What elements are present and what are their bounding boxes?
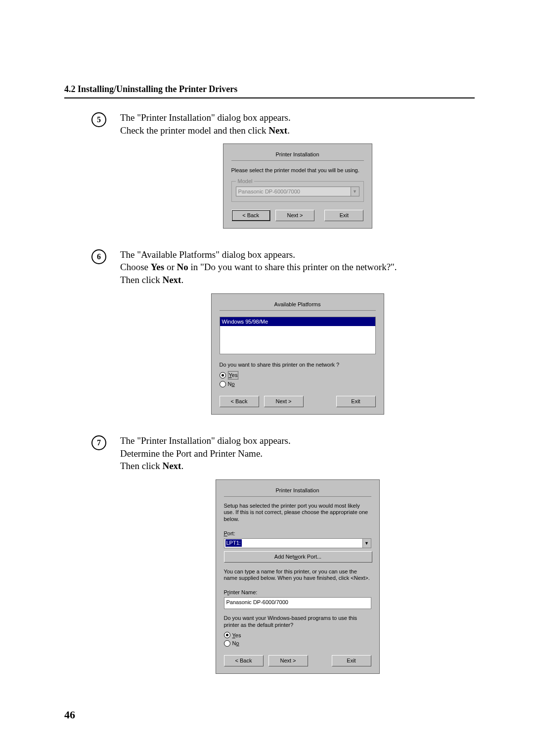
back-button-label: < Back xyxy=(242,212,259,218)
dialog-printer-installation-2: Printer Installation Setup has selected … xyxy=(216,479,380,674)
t: < Back xyxy=(231,398,248,404)
dialog-printer-installation-1: Printer Installation Please select the p… xyxy=(223,143,372,229)
t: Next > xyxy=(280,658,296,663)
radio-no[interactable] xyxy=(224,640,230,647)
dialog2-title: Available Platforms xyxy=(220,301,376,311)
radio-yes-row[interactable]: Yes xyxy=(224,632,371,639)
t: ork Port... xyxy=(298,554,322,560)
exit-button[interactable]: Exit xyxy=(332,655,371,666)
t: or xyxy=(164,262,177,272)
dialog1-group-label: Model xyxy=(236,178,255,185)
t: es xyxy=(235,632,241,638)
radio-no[interactable] xyxy=(220,381,226,387)
t: es xyxy=(232,372,238,378)
printer-name-label: Printer Name: xyxy=(224,589,371,596)
t: inter Name: xyxy=(229,589,258,595)
step5-next-bold: Next xyxy=(268,125,287,136)
exit-button[interactable]: Exit xyxy=(324,210,363,221)
next-button[interactable]: Next > xyxy=(268,655,308,666)
section-title: 4.2 Installing/Uninstalling the Printer … xyxy=(64,84,475,94)
radio-no-row[interactable]: No xyxy=(220,380,376,388)
port-combo-value: LPT1: xyxy=(224,539,362,548)
radio-no-label: No xyxy=(232,640,239,647)
dialog3-para1: Setup has selected the printer port you … xyxy=(224,503,371,523)
radio-yes[interactable] xyxy=(224,632,230,638)
t: Next > xyxy=(275,398,291,404)
step-5: 5 The "Printer Installation" dialog box … xyxy=(64,111,475,229)
next-button[interactable]: Next > xyxy=(275,210,314,221)
add-network-port-button[interactable]: Add Network Port... xyxy=(224,551,372,563)
section-divider xyxy=(64,97,475,98)
t: o xyxy=(231,381,234,387)
dialog1-combo-value: Panasonic DP-6000/7000 xyxy=(236,187,351,196)
next-bold: Next xyxy=(162,461,181,471)
step-6: 6 The "Available Platforms" dialog box a… xyxy=(64,248,475,415)
back-button[interactable]: < Back xyxy=(224,655,264,666)
step7-line3: Then click Next. xyxy=(120,460,475,472)
next-button-label: Next > xyxy=(287,212,303,218)
t: . xyxy=(181,275,183,285)
step7-line1: The "Printer Installation" dialog box ap… xyxy=(120,434,475,447)
next-button[interactable]: Next > xyxy=(264,396,304,407)
page-number: 46 xyxy=(64,709,75,721)
yes-bold: Yes xyxy=(151,262,164,272)
dialog3-para3: Do you want your Windows-based programs … xyxy=(224,615,371,629)
dialog1-prompt: Please select the printer model that you… xyxy=(231,167,364,174)
exit-button-label: Exit xyxy=(340,212,349,218)
dialog3-para2: You can type a name for this printer, or… xyxy=(224,568,371,582)
radio-no-label: No xyxy=(228,380,235,388)
step6-line2: Choose Yes or No in "Do you want to shar… xyxy=(120,261,475,274)
step5-line2a: Check the printer model and then click xyxy=(120,125,268,136)
radio-yes-label: Yes xyxy=(232,632,241,639)
step6-line3: Then click Next. xyxy=(120,274,475,286)
no-bold: No xyxy=(177,262,188,272)
printer-name-input[interactable]: Panasonic DP-6000/7000 xyxy=(224,597,371,609)
t: Then click xyxy=(120,461,162,471)
step5-line2: Check the printer model and then click N… xyxy=(120,124,475,137)
t: in "Do you want to share this printer on… xyxy=(188,262,397,272)
t: LPT1: xyxy=(225,539,242,547)
chevron-down-icon: ▼ xyxy=(351,187,359,196)
step5-line2c: . xyxy=(287,125,290,136)
platforms-list-item[interactable]: Windows 95/98/Me xyxy=(220,317,375,327)
step-number-5: 5 xyxy=(91,112,106,127)
dialog3-title: Printer Installation xyxy=(224,487,371,497)
platforms-listbox[interactable]: Windows 95/98/Me xyxy=(220,317,376,354)
t: Add Net xyxy=(274,554,294,560)
radio-yes[interactable] xyxy=(220,372,226,378)
dialog1-title: Printer Installation xyxy=(231,151,364,161)
t: Choose xyxy=(120,262,151,272)
port-label: Port: xyxy=(224,530,371,537)
chevron-down-icon: ▼ xyxy=(362,539,371,548)
dialog1-model-group: Model Panasonic DP-6000/7000 ▼ xyxy=(231,181,364,202)
dialog2-question: Do you want to share this printer on the… xyxy=(220,361,376,369)
t: Exit xyxy=(347,658,356,663)
step-number-6: 6 xyxy=(91,249,106,264)
t: w xyxy=(294,554,298,560)
back-button[interactable]: < Back xyxy=(220,396,259,407)
t: Exit xyxy=(351,398,360,404)
radio-yes-row[interactable]: Yes xyxy=(220,371,376,379)
t: < Back xyxy=(235,658,252,663)
radio-no-row[interactable]: No xyxy=(224,640,371,647)
step7-line2: Determine the Port and Printer Name. xyxy=(120,447,475,460)
dialog-available-platforms: Available Platforms Windows 95/98/Me Do … xyxy=(211,293,384,415)
t: P xyxy=(224,530,227,536)
t: Then click xyxy=(120,275,162,285)
t: o xyxy=(236,640,239,646)
step-number-7: 7 xyxy=(91,435,106,450)
back-button[interactable]: < Back xyxy=(231,210,270,221)
t: . xyxy=(181,461,183,471)
exit-button[interactable]: Exit xyxy=(336,396,376,407)
dialog1-model-combo[interactable]: Panasonic DP-6000/7000 ▼ xyxy=(236,187,359,196)
step5-line1: The "Printer Installation" dialog box ap… xyxy=(120,111,475,124)
step6-line1: The "Available Platforms" dialog box app… xyxy=(120,248,475,261)
next-bold: Next xyxy=(162,275,181,285)
t: ort: xyxy=(227,530,235,536)
step-7: 7 The "Printer Installation" dialog box … xyxy=(64,434,475,674)
t: P xyxy=(224,589,227,595)
radio-yes-label: Yes xyxy=(228,371,239,379)
port-combo[interactable]: LPT1: ▼ xyxy=(224,538,371,548)
